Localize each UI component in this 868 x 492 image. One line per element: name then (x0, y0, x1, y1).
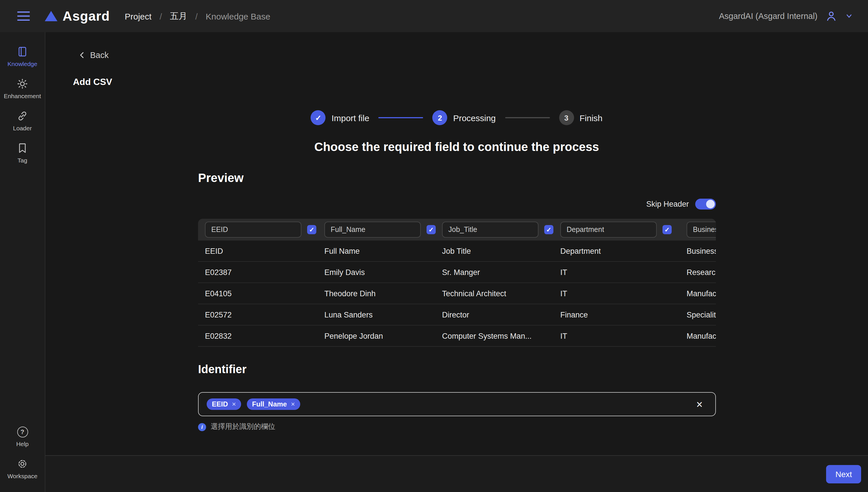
table-cell: Technical Architect (442, 289, 560, 298)
logo-text: Asgard (63, 8, 110, 24)
column-input-job-title[interactable] (442, 222, 539, 238)
topbar-right: AsgardAI (Asgard Internal) (719, 10, 853, 22)
table-cell: Business (687, 247, 716, 255)
breadcrumb: Project / 五月 / Knowledge Base (125, 10, 270, 22)
sidebar-item-loader[interactable]: Loader (0, 107, 45, 135)
logo[interactable]: Asgard (45, 8, 110, 24)
table-cell: E02832 (205, 331, 324, 340)
breadcrumb-project[interactable]: Project (125, 11, 152, 21)
remove-chip-icon[interactable]: × (232, 401, 236, 408)
check-glyph: ✓ (428, 226, 434, 233)
check-glyph: ✓ (315, 114, 321, 122)
column-header-cell: ✓ (205, 222, 324, 238)
info-icon: i (198, 423, 206, 431)
chevron-down-icon[interactable] (845, 12, 853, 20)
sidebar-item-label: Tag (18, 157, 27, 164)
column-input-full-name[interactable] (324, 222, 421, 238)
sidebar-item-label: Workspace (7, 472, 38, 479)
identifier-heading: Identifier (198, 363, 716, 376)
sidebar-item-enhancement[interactable]: Enhancement (0, 75, 45, 103)
sidebar-item-help[interactable]: ? Help (0, 422, 45, 451)
back-label: Back (90, 51, 109, 60)
table-cell: Speciality (687, 310, 716, 319)
table-cell: IT (560, 268, 687, 276)
account-label: AsgardAI (Asgard Internal) (719, 11, 817, 21)
stepper: ✓ Import file 2 Processing 3 Finish (45, 110, 868, 125)
sidebar-item-label: Knowledge (7, 60, 37, 67)
table-cell: Department (560, 247, 687, 255)
column-input-eeid[interactable] (205, 222, 301, 238)
table-cell: Job Title (442, 247, 560, 255)
table-cell: Manufactu (687, 331, 716, 340)
step-finish: 3 Finish (559, 110, 602, 125)
step-connector (505, 117, 550, 118)
table-header-row: ✓ ✓ ✓ ✓ (198, 219, 716, 241)
gear-icon (17, 458, 28, 470)
column-input-department[interactable] (560, 222, 657, 238)
identifier-input[interactable]: EEID × Full_Name × × (198, 392, 716, 416)
next-button[interactable]: Next (826, 465, 861, 483)
identifier-hint-text: 選擇用於識別的欄位 (211, 422, 275, 432)
breadcrumb-month[interactable]: 五月 (170, 10, 187, 22)
back-button[interactable]: Back (79, 51, 109, 60)
check-glyph: ✓ (309, 226, 314, 233)
check-glyph: ✓ (665, 226, 670, 233)
table-row: EEID Full Name Job Title Department Busi… (198, 241, 716, 262)
table-row: E02387 Emily Davis Sr. Manger IT Researc… (198, 262, 716, 283)
sidebar-item-tag[interactable]: Tag (0, 139, 45, 167)
column-input-business[interactable] (687, 222, 716, 238)
content-inner: Preview Skip Header ✓ ✓ (198, 171, 716, 432)
step-done-check-icon: ✓ (311, 110, 326, 125)
column-checkbox-job-title[interactable]: ✓ (544, 225, 553, 234)
table-cell: E02387 (205, 268, 324, 276)
user-icon[interactable] (825, 10, 838, 22)
step-processing: 2 Processing (432, 110, 496, 125)
table-row: E02572 Luna Sanders Director Finance Spe… (198, 304, 716, 325)
clear-identifier-icon[interactable]: × (696, 399, 703, 410)
bookmark-icon (17, 142, 28, 154)
table-cell: Full Name (324, 247, 442, 255)
skip-header-toggle[interactable] (695, 199, 716, 210)
table-cell: Director (442, 310, 560, 319)
table-row: E02832 Penelope Jordan Computer Systems … (198, 325, 716, 347)
table-row: E04105 Theodore Dinh Technical Architect… (198, 283, 716, 304)
sidebar-item-knowledge[interactable]: Knowledge (0, 43, 45, 71)
step-label: Import file (331, 113, 369, 123)
table-cell: Research (687, 268, 716, 276)
breadcrumb-separator: / (195, 11, 197, 21)
question-glyph: ? (20, 428, 24, 435)
sidebar-item-workspace[interactable]: Workspace (0, 455, 45, 483)
table-cell: EEID (205, 247, 324, 255)
toggle-knob (706, 200, 714, 208)
column-header-cell: ✓ (560, 222, 687, 238)
step-import-file: ✓ Import file (311, 110, 369, 125)
table-cell: IT (560, 289, 687, 298)
preview-table: ✓ ✓ ✓ ✓ (198, 219, 716, 347)
column-header-cell: ✓ (324, 222, 442, 238)
breadcrumb-knowledge-base[interactable]: Knowledge Base (206, 11, 270, 21)
sidebar-item-label: Help (16, 440, 28, 447)
column-checkbox-full-name[interactable]: ✓ (426, 225, 436, 234)
table-cell: IT (560, 331, 687, 340)
footer-bar: Next (45, 455, 868, 492)
table-cell: Computer Systems Man... (442, 331, 560, 340)
step-number: 3 (559, 110, 574, 125)
column-checkbox-eeid[interactable]: ✓ (307, 225, 316, 234)
table-cell: E04105 (205, 289, 324, 298)
sidebar-item-label: Enhancement (4, 93, 41, 99)
remove-chip-icon[interactable]: × (291, 401, 295, 408)
main-content: Back Add CSV ✓ Import file 2 Processing … (45, 32, 868, 455)
step-connector (379, 117, 423, 118)
logo-triangle-icon (45, 11, 57, 21)
menu-icon[interactable] (17, 11, 30, 21)
topbar: Asgard Project / 五月 / Knowledge Base Asg… (0, 0, 868, 32)
table-cell: Finance (560, 310, 687, 319)
preview-heading: Preview (198, 171, 716, 185)
step-label: Finish (579, 113, 602, 123)
column-checkbox-department[interactable]: ✓ (663, 225, 672, 234)
table-cell: E02572 (205, 310, 324, 319)
breadcrumb-separator: / (159, 11, 162, 21)
chevron-left-icon (79, 52, 85, 58)
help-icon: ? (17, 426, 28, 438)
table-cell: Manufactu (687, 289, 716, 298)
